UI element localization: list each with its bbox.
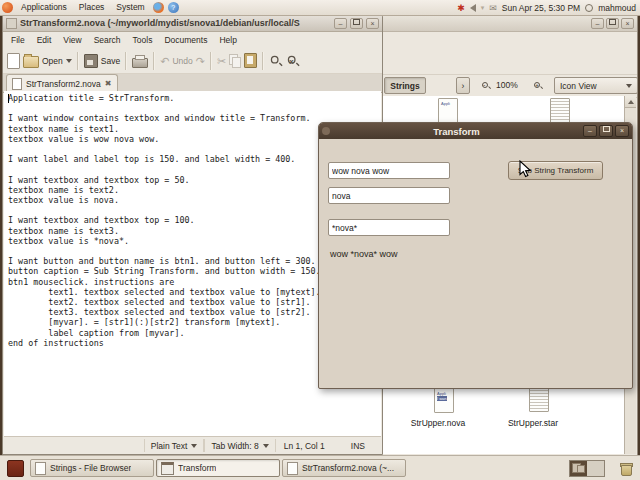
folder-icon [23, 56, 39, 68]
file-label[interactable]: StrUpper.star [493, 418, 573, 428]
zoom-level[interactable]: 100% [496, 80, 518, 90]
menu-file[interactable]: File [5, 32, 31, 48]
menu-help[interactable]: Help [213, 32, 242, 48]
redo-icon: ↷ [196, 55, 205, 67]
chevron-down-icon [263, 444, 269, 448]
separator [262, 52, 264, 70]
file-icon[interactable] [550, 98, 570, 123]
trash-icon[interactable] [619, 462, 632, 475]
chevron-down-icon [191, 444, 197, 448]
help-icon[interactable]: ? [168, 2, 179, 13]
tab-close-icon[interactable]: ✖ [105, 80, 112, 88]
close-icon[interactable]: × [615, 125, 629, 137]
transform-dialog: Transform – × Sub String Transform wow *… [318, 122, 633, 389]
minimize-icon[interactable]: – [583, 125, 597, 137]
window-icon [161, 462, 174, 475]
user-menu[interactable]: mahmoud [598, 3, 636, 13]
gedit-statusbar: Plain Text Tab Width: 8 Ln 1, Col 1 INS [4, 436, 381, 454]
menu-documents[interactable]: Documents [158, 32, 213, 48]
gedit-menubar: File Edit View Search Tools Documents He… [3, 32, 382, 48]
mouse-cursor [519, 160, 531, 178]
cut-icon: ✂ [217, 55, 226, 67]
applications-menu[interactable]: Applications [15, 0, 73, 15]
text3-input[interactable] [328, 219, 450, 236]
language-select[interactable]: Plain Text [144, 439, 205, 452]
workspace-1[interactable] [570, 461, 587, 476]
menu-edit[interactable]: Edit [31, 32, 58, 48]
power-icon[interactable] [585, 4, 593, 12]
file-icon[interactable] [529, 387, 549, 412]
open-button[interactable]: Open [23, 53, 72, 68]
clock[interactable]: Sun Apr 25, 5:30 PM [502, 3, 580, 13]
result-label: wow *nova* wow [330, 249, 398, 259]
tab-strtransform2[interactable]: StrTransform2.nova ✖ [6, 74, 118, 92]
separator [125, 52, 127, 70]
mail-icon[interactable]: ✉ [489, 3, 497, 13]
zoom-in-icon[interactable]: + [529, 77, 545, 94]
text1-input[interactable] [328, 162, 450, 179]
undo-icon: ↶ [160, 55, 169, 67]
menu-search[interactable]: Search [88, 32, 127, 48]
separator [77, 52, 79, 70]
gedit-window-icon [6, 18, 17, 29]
bottom-taskbar: Strings - File Browser Transform StrTran… [0, 455, 640, 480]
file-icon[interactable]: Appli I wan [434, 388, 454, 413]
location-button[interactable]: Strings [384, 77, 426, 94]
workspace-switcher[interactable] [569, 460, 605, 477]
maximize-icon[interactable] [350, 18, 363, 29]
insert-mode: INS [351, 441, 365, 451]
chevron-down-icon [626, 84, 632, 88]
show-desktop-button[interactable] [7, 460, 24, 477]
network-icon[interactable]: ▾ [481, 4, 485, 12]
paste-icon[interactable] [244, 53, 257, 68]
minimize-icon[interactable]: – [591, 18, 604, 29]
tab-width-select[interactable]: Tab Width: 8 [204, 439, 275, 452]
file-browser-icon [35, 462, 46, 475]
gedit-titlebar[interactable]: StrTransform2.nova (~/myworld/mydist/sno… [3, 15, 382, 32]
zoom-out-icon[interactable]: - [477, 77, 493, 94]
text2-input[interactable] [328, 187, 450, 204]
dialog-body: Sub String Transform wow *nova* wow [319, 139, 632, 389]
document-icon [12, 78, 22, 90]
view-mode-select[interactable]: Icon View [554, 77, 638, 94]
new-document-icon[interactable] [7, 53, 20, 69]
taskbar-item-file-browser[interactable]: Strings - File Browser [30, 459, 154, 477]
path-expand-button[interactable]: › [456, 77, 470, 94]
firefox-icon[interactable] [153, 2, 164, 13]
replace-icon[interactable]: x [288, 55, 298, 65]
separator [210, 52, 212, 70]
places-menu[interactable]: Places [73, 0, 111, 15]
minimize-icon[interactable]: – [334, 18, 347, 29]
text-cursor [8, 94, 9, 103]
close-icon[interactable]: × [621, 18, 634, 29]
close-icon[interactable]: × [366, 18, 379, 29]
document-icon [287, 462, 298, 475]
update-notifier-icon[interactable]: ✱ [457, 3, 465, 13]
undo-button: ↶ Undo [160, 55, 193, 67]
dialog-titlebar[interactable]: Transform – × [319, 123, 632, 139]
taskbar-item-strtransform2[interactable]: StrTransform2.nova (~... [282, 459, 406, 477]
system-menu[interactable]: System [110, 0, 150, 15]
maximize-icon[interactable] [599, 125, 613, 137]
print-icon[interactable] [132, 58, 148, 68]
scroll-up-icon[interactable] [625, 96, 636, 108]
desktop: – × Strings › - 100% + Icon View Appli [0, 0, 640, 480]
file-label[interactable]: StrUpper.nova [398, 418, 478, 428]
top-panel: Applications Places System ? ✱ ▾ ✉ Sun A… [0, 0, 640, 16]
find-icon[interactable] [271, 55, 281, 65]
dialog-window-icon [322, 127, 330, 135]
volume-icon[interactable] [470, 4, 476, 12]
window-title: StrTransform2.nova (~/myworld/mydist/sno… [20, 18, 331, 28]
save-button[interactable]: Save [84, 54, 120, 68]
separator [153, 52, 155, 70]
taskbar-item-transform[interactable]: Transform [156, 459, 280, 477]
file-icon[interactable]: Appli [438, 98, 458, 123]
workspace-2[interactable] [587, 461, 604, 476]
menu-tools[interactable]: Tools [127, 32, 159, 48]
ubuntu-logo-icon[interactable] [2, 2, 13, 13]
maximize-icon[interactable] [606, 18, 619, 29]
dialog-title: Transform [332, 126, 581, 137]
menu-view[interactable]: View [57, 32, 87, 48]
copy-icon [229, 54, 241, 67]
gedit-toolbar: Open Save ↶ Undo ↷ ✂ x [3, 48, 382, 74]
